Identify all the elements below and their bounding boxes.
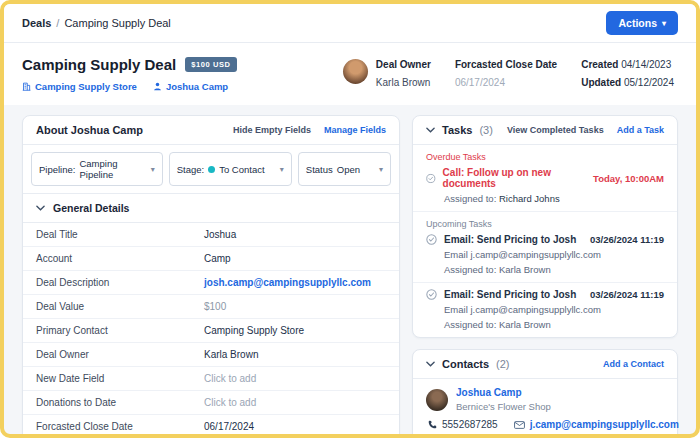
task-due-time: 03/26/2024 11:19 [590, 234, 664, 245]
task-item-upcoming[interactable]: Email: Send Pricing to Josh 03/26/2024 1… [413, 231, 677, 282]
field-value[interactable]: Camp [204, 253, 231, 264]
chevron-down-icon [36, 205, 45, 211]
field-row-deal-title: Deal Title Joshua [23, 223, 399, 247]
updated-label: Updated [581, 77, 621, 88]
general-details-section-toggle[interactable]: General Details [23, 194, 399, 223]
field-label: Deal Title [36, 229, 204, 240]
contact-phone[interactable]: 5552687285 [428, 419, 498, 430]
task-item-overdue[interactable]: Call: Follow up on new documents Today, … [413, 164, 677, 211]
complete-task-icon[interactable] [426, 234, 437, 245]
task-detail: Email j.camp@campingsupplyllc.com [444, 304, 664, 315]
field-label: Deal Owner [36, 349, 204, 360]
field-row-deal-value: Deal Value $100 [23, 295, 399, 319]
add-task-link[interactable]: Add a Task [617, 125, 664, 135]
contact-company: Bernice's Flower Shop [456, 401, 551, 412]
deal-owner-label: Deal Owner [376, 59, 431, 70]
created-label: Created [581, 59, 618, 70]
contact-avatar [426, 389, 448, 411]
field-row-deal-description: Deal Description josh.camp@campingsupply… [23, 271, 399, 295]
task-assignee: Karla Brown [499, 319, 551, 330]
field-value-click-to-add[interactable]: Click to add [204, 397, 256, 408]
complete-task-icon[interactable] [426, 289, 437, 300]
pipeline-select[interactable]: Pipeline: Camping Pipeline ▾ [31, 152, 163, 186]
stage-status-dot [208, 166, 215, 173]
task-title: Email: Send Pricing to Josh [444, 289, 576, 300]
deal-detail-page: Deals / Camping Supply Deal Actions ▾ Ca… [0, 0, 700, 438]
field-value[interactable]: 06/17/2024 [204, 421, 254, 432]
tasks-section-toggle[interactable]: Tasks (3) [426, 124, 493, 136]
contacts-section-toggle[interactable]: Contacts (2) [426, 358, 510, 370]
chevron-down-icon [426, 127, 435, 133]
updated-value: 05/12/2024 [624, 77, 674, 88]
close-date-label: Forcasted Close Date [455, 59, 557, 70]
about-card: About Joshua Camp Hide Empty Fields Mana… [22, 115, 400, 434]
task-due-time: 03/26/2024 11:19 [590, 289, 664, 300]
deal-title: Camping Supply Deal [22, 56, 176, 73]
field-label: New Date Field [36, 373, 204, 384]
top-bar: Deals / Camping Supply Deal Actions ▾ [4, 4, 696, 43]
field-value[interactable]: Joshua [204, 229, 236, 240]
field-row-forcasted-close-date: Forcasted Close Date 06/17/2024 [23, 415, 399, 434]
hide-empty-fields-button[interactable]: Hide Empty Fields [233, 125, 311, 135]
task-title: Email: Send Pricing to Josh [444, 234, 576, 245]
person-icon [153, 82, 162, 91]
field-value[interactable]: Camping Supply Store [204, 325, 304, 336]
building-icon [22, 82, 31, 91]
field-label: Deal Value [36, 301, 204, 312]
breadcrumb-deals-link[interactable]: Deals [22, 17, 51, 29]
field-label: Account [36, 253, 204, 264]
add-contact-link[interactable]: Add a Contact [603, 359, 664, 369]
contacts-card: Contacts (2) Add a Contact Joshua Camp B… [412, 349, 678, 434]
breadcrumb-current: Camping Supply Deal [64, 17, 170, 29]
contact-name-link[interactable]: Joshua Camp [456, 387, 551, 398]
status-select[interactable]: Status Open ▾ [298, 152, 391, 186]
envelope-icon [514, 421, 525, 429]
overdue-tasks-header: Overdue Tasks [413, 145, 677, 164]
related-contact-link[interactable]: Joshua Camp [153, 81, 228, 92]
deal-value-badge: $100 USD [185, 57, 236, 72]
field-value[interactable]: $100 [204, 301, 226, 312]
upcoming-tasks-header: Upcoming Tasks [413, 212, 677, 231]
field-row-account: Account Camp [23, 247, 399, 271]
deal-owner-avatar [343, 59, 368, 84]
task-item-upcoming[interactable]: Email: Send Pricing to Josh 03/26/2024 1… [413, 282, 677, 337]
field-label: Forcasted Close Date [36, 421, 204, 432]
field-row-donations-to-date: Donations to Date Click to add [23, 391, 399, 415]
manage-fields-button[interactable]: Manage Fields [324, 125, 386, 135]
tasks-card: Tasks (3) View Completed Tasks Add a Tas… [412, 115, 678, 338]
related-company-link[interactable]: Camping Supply Store [22, 81, 137, 92]
contacts-count: (2) [496, 358, 509, 370]
about-card-title: About Joshua Camp [36, 124, 143, 136]
created-value: 04/14/2023 [621, 59, 671, 70]
actions-button[interactable]: Actions ▾ [606, 11, 678, 35]
task-assignee: Karla Brown [499, 264, 551, 275]
caret-down-icon: ▾ [147, 165, 155, 174]
close-date-value: 06/17/2024 [455, 77, 557, 88]
chevron-down-icon [426, 361, 435, 367]
field-label: Deal Description [36, 277, 204, 288]
breadcrumb: Deals / Camping Supply Deal [22, 17, 171, 29]
contact-email[interactable]: j.camp@campingsupplyllc.com [514, 419, 679, 430]
field-row-new-date-field: New Date Field Click to add [23, 367, 399, 391]
caret-down-icon: ▾ [662, 19, 666, 28]
field-value[interactable]: Karla Brown [204, 349, 258, 360]
field-row-primary-contact: Primary Contact Camping Supply Store [23, 319, 399, 343]
deal-header-right: Deal Owner Karla Brown Forcasted Close D… [343, 56, 674, 88]
actions-button-label: Actions [618, 17, 657, 29]
field-value-click-to-add[interactable]: Click to add [204, 373, 256, 384]
field-value-email-link[interactable]: josh.camp@campingsupplyllc.com [204, 277, 371, 288]
complete-task-icon[interactable] [426, 173, 436, 184]
phone-icon [428, 420, 437, 429]
content-area: About Joshua Camp Hide Empty Fields Mana… [4, 105, 696, 434]
right-column: Tasks (3) View Completed Tasks Add a Tas… [412, 115, 678, 434]
stage-select[interactable]: Stage: To Contact ▾ [169, 152, 292, 186]
task-detail: Email j.camp@campingsupplyllc.com [444, 249, 664, 260]
caret-down-icon: ▾ [375, 165, 383, 174]
task-due-time: Today, 10:00AM [593, 173, 664, 184]
contact-item: Joshua Camp Bernice's Flower Shop 555268… [413, 379, 677, 434]
view-completed-tasks-link[interactable]: View Completed Tasks [507, 125, 604, 135]
breadcrumb-separator: / [56, 17, 59, 29]
task-assignee: Richard Johns [499, 193, 560, 204]
tasks-count: (3) [479, 124, 492, 136]
task-title: Call: Follow up on new documents [443, 167, 586, 189]
